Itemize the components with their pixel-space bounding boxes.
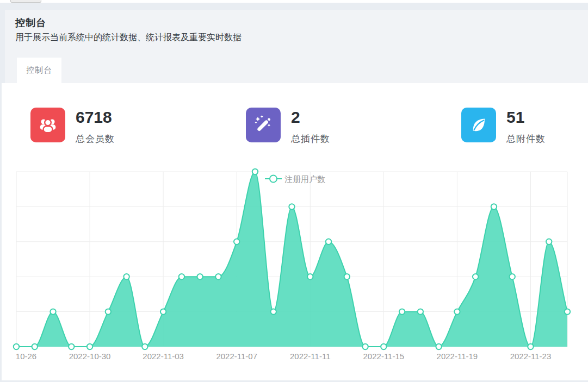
top-strip [0,0,588,3]
svg-text:2022-10-30: 2022-10-30 [69,352,111,361]
chart-legend[interactable]: 注册用户数 [265,174,325,184]
chart-series-area [16,172,567,347]
browser-tab-stub [10,0,41,3]
stat-label-attachments: 总附件数 [506,133,546,145]
stat-value-plugins: 2 [291,109,330,126]
page-header: 控制台 用于展示当前系统中的统计数据、统计报表及重要实时数据 控制台 [5,10,588,83]
svg-text:2022-11-23: 2022-11-23 [510,352,552,361]
svg-text:2022-11-11: 2022-11-11 [290,352,331,361]
svg-text:2022-11-03: 2022-11-03 [143,352,184,361]
chart-x-axis-labels: 10-262022-10-302022-11-032022-11-072022-… [16,352,551,361]
svg-text:10-26: 10-26 [16,352,36,361]
page-subtitle: 用于展示当前系统中的统计数据、统计报表及重要实时数据 [15,32,242,43]
svg-text:注册用户数: 注册用户数 [284,174,325,184]
svg-text:2022-11-19: 2022-11-19 [437,352,478,361]
svg-text:2022-11-07: 2022-11-07 [216,352,257,361]
stat-value-members: 6718 [76,109,115,126]
stat-label-plugins: 总插件数 [291,133,330,145]
svg-text:2022-11-15: 2022-11-15 [363,352,405,361]
users-icon [30,108,65,142]
stat-label-members: 总会员数 [76,133,115,145]
main-content: 6718 总会员数 2 总插件数 [2,83,588,380]
stat-value-attachments: 51 [506,109,546,126]
stat-total-members: 6718 总会员数 [30,108,115,145]
tab-console[interactable]: 控制台 [17,58,61,83]
page-title: 控制台 [15,16,46,29]
magic-wand-icon [246,108,281,142]
leaf-icon [461,108,496,142]
tab-console-label: 控制台 [26,65,52,76]
registered-users-chart: 10-262022-10-302022-11-032022-11-072022-… [16,168,567,364]
stat-total-plugins: 2 总插件数 [246,108,330,145]
stat-total-attachments: 51 总附件数 [461,108,546,145]
